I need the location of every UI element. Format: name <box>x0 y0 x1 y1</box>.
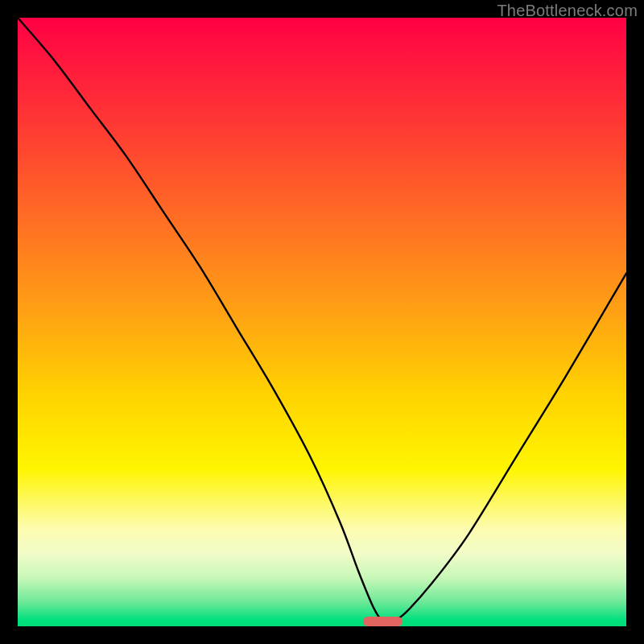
plot-area <box>18 18 626 626</box>
watermark-text: TheBottleneck.com <box>497 2 638 20</box>
bottleneck-curve <box>18 18 626 626</box>
optimal-marker <box>363 617 402 626</box>
chart-frame: TheBottleneck.com <box>0 0 644 644</box>
